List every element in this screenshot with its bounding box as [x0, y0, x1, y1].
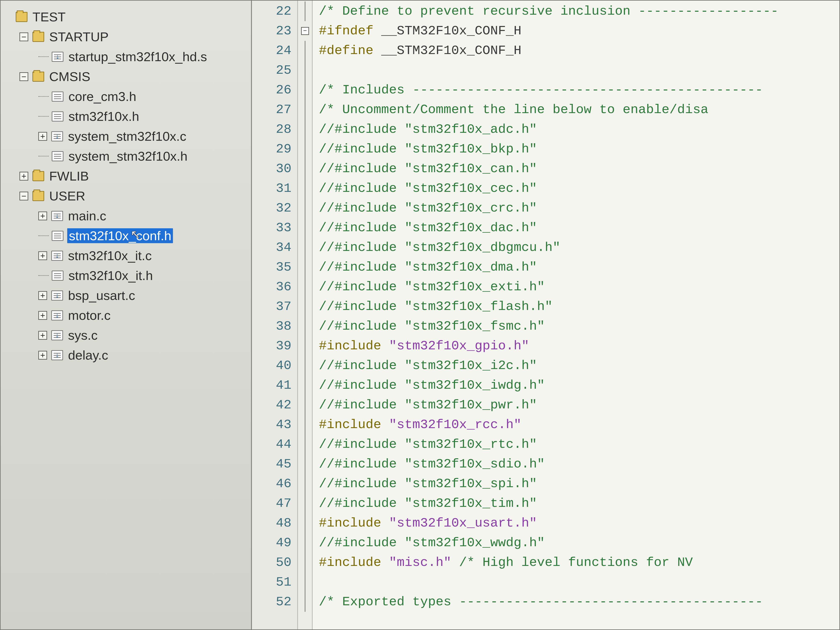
- tree-node-label[interactable]: stm32f10x_it.c: [67, 248, 153, 263]
- tree-node-label[interactable]: main.c: [67, 208, 107, 224]
- tree-node-fwlb[interactable]: +FWLIB: [3, 166, 249, 186]
- expand-icon[interactable]: +: [38, 251, 47, 260]
- tree-node-ith[interactable]: stm32f10x_it.h: [3, 266, 249, 285]
- tree-node-label[interactable]: bsp_usart.c: [67, 288, 136, 303]
- tree-node-sysh[interactable]: system_stm32f10x.h: [3, 146, 249, 166]
- collapse-icon[interactable]: −: [19, 32, 28, 41]
- tree-node-label[interactable]: stm32f10x.h: [67, 109, 141, 124]
- code-line[interactable]: //#include "stm32f10x_spi.h": [319, 474, 839, 494]
- tree-node-mainc[interactable]: +main.c: [3, 206, 249, 226]
- tree-node-test[interactable]: TEST: [3, 7, 249, 27]
- code-line[interactable]: [319, 572, 839, 592]
- tree-node-bsp[interactable]: +bsp_usart.c: [3, 285, 249, 306]
- code-line[interactable]: #include "stm32f10x_gpio.h": [319, 336, 839, 356]
- fold-toggle-icon[interactable]: −: [301, 27, 309, 35]
- line-number: 33: [252, 218, 291, 238]
- line-number-gutter: 2223242526272829303132333435363738394041…: [252, 1, 298, 629]
- code-line[interactable]: /* Includes ----------------------------…: [319, 80, 839, 100]
- tree-node-label[interactable]: TEST: [31, 9, 67, 25]
- code-line[interactable]: //#include "stm32f10x_adc.h": [319, 120, 839, 139]
- expand-icon[interactable]: +: [38, 351, 47, 359]
- code-line[interactable]: //#include "stm32f10x_exti.h": [319, 277, 839, 297]
- tree-node-label[interactable]: USER: [48, 188, 87, 204]
- expand-icon[interactable]: +: [38, 212, 47, 220]
- code-line[interactable]: #include "misc.h" /* High level function…: [319, 553, 839, 572]
- code-line[interactable]: //#include "stm32f10x_dbgmcu.h": [319, 238, 839, 257]
- source-file-icon: [51, 291, 63, 301]
- tree-node-label[interactable]: stm32f10x_conf.h: [67, 228, 173, 243]
- tree-node-label[interactable]: system_stm32f10x.h: [67, 148, 189, 164]
- line-number: 46: [252, 474, 291, 494]
- code-area[interactable]: /* Define to prevent recursive inclusion…: [313, 1, 839, 629]
- code-line[interactable]: //#include "stm32f10x_bkp.h": [319, 139, 839, 159]
- fold-guide: [305, 592, 305, 612]
- tree-node-label[interactable]: STARTUP: [48, 29, 110, 44]
- code-line[interactable]: //#include "stm32f10x_tim.h": [319, 494, 839, 513]
- code-line[interactable]: //#include "stm32f10x_fsmc.h": [319, 317, 839, 336]
- folder-icon: [32, 171, 44, 181]
- token-include: #include: [319, 417, 389, 432]
- tree-node-label[interactable]: core_cm3.h: [67, 89, 137, 104]
- code-line[interactable]: //#include "stm32f10x_dac.h": [319, 218, 839, 238]
- code-line[interactable]: //#include "stm32f10x_can.h": [319, 159, 839, 179]
- tree-node-label[interactable]: FWLIB: [48, 168, 90, 184]
- code-line[interactable]: #ifndef __STM32F10x_CONF_H: [319, 21, 839, 41]
- code-line[interactable]: /* Uncomment/Comment the line below to e…: [319, 100, 839, 120]
- code-line[interactable]: /* Exported types ----------------------…: [319, 592, 839, 612]
- tree-node-startup_s[interactable]: startup_stm32f10x_hd.s: [3, 47, 249, 66]
- tree-node-label[interactable]: CMSIS: [48, 69, 92, 84]
- code-editor-pane[interactable]: 2223242526272829303132333435363738394041…: [252, 1, 839, 629]
- tree-connector-icon: [38, 56, 49, 57]
- code-line[interactable]: //#include "stm32f10x_crc.h": [319, 198, 839, 218]
- tree-node-corecm3[interactable]: core_cm3.h: [3, 87, 249, 106]
- tree-node-confh[interactable]: stm32f10x_conf.h↖: [3, 226, 249, 246]
- expand-icon[interactable]: +: [38, 311, 47, 320]
- line-number: 24: [252, 41, 291, 60]
- project-tree-pane[interactable]: TEST−STARTUPstartup_stm32f10x_hd.s−CMSIS…: [1, 1, 252, 629]
- source-file-icon: [51, 251, 63, 261]
- tree-node-user[interactable]: −USER: [3, 186, 249, 206]
- code-line[interactable]: #define __STM32F10x_CONF_H: [319, 41, 839, 60]
- tree-node-itc[interactable]: +stm32f10x_it.c: [3, 246, 249, 266]
- expand-icon[interactable]: +: [38, 291, 47, 300]
- tree-node-sysc[interactable]: +system_stm32f10x.c: [3, 126, 249, 146]
- code-line[interactable]: [319, 60, 839, 80]
- tree-node-motor[interactable]: +motor.c: [3, 306, 249, 325]
- token-comment: /* Uncomment/Comment the line below to e…: [319, 102, 708, 117]
- tree-node-label[interactable]: delay.c: [67, 347, 109, 363]
- code-line[interactable]: //#include "stm32f10x_wwdg.h": [319, 533, 839, 553]
- tree-connector-icon: [38, 236, 49, 236]
- code-line[interactable]: //#include "stm32f10x_flash.h": [319, 297, 839, 317]
- tree-node-cmsis[interactable]: −CMSIS: [3, 66, 249, 87]
- code-line[interactable]: //#include "stm32f10x_pwr.h": [319, 395, 839, 415]
- tree-node-label[interactable]: system_stm32f10x.c: [67, 128, 188, 144]
- fold-guide: [305, 198, 305, 218]
- expand-icon[interactable]: +: [38, 132, 47, 141]
- code-line[interactable]: /* Define to prevent recursive inclusion…: [319, 2, 839, 21]
- code-line[interactable]: //#include "stm32f10x_dma.h": [319, 257, 839, 277]
- tree-node-label[interactable]: startup_stm32f10x_hd.s: [67, 49, 208, 65]
- tree-node-delay[interactable]: +delay.c: [3, 345, 249, 365]
- code-line[interactable]: #include "stm32f10x_usart.h": [319, 513, 839, 533]
- project-tree[interactable]: TEST−STARTUPstartup_stm32f10x_hd.s−CMSIS…: [3, 7, 249, 365]
- collapse-icon[interactable]: −: [19, 192, 28, 200]
- code-line[interactable]: //#include "stm32f10x_rtc.h": [319, 435, 839, 454]
- tree-connector-icon: [38, 116, 49, 117]
- expand-icon[interactable]: +: [38, 331, 47, 340]
- expand-icon[interactable]: +: [19, 172, 28, 180]
- fold-column[interactable]: −: [298, 1, 313, 629]
- code-line[interactable]: //#include "stm32f10x_cec.h": [319, 179, 839, 198]
- tree-node-stmh[interactable]: stm32f10x.h: [3, 106, 249, 126]
- collapse-icon[interactable]: −: [19, 72, 28, 81]
- tree-node-sys[interactable]: +sys.c: [3, 325, 249, 345]
- code-line[interactable]: //#include "stm32f10x_sdio.h": [319, 454, 839, 474]
- code-line[interactable]: #include "stm32f10x_rcc.h": [319, 415, 839, 435]
- tree-node-label[interactable]: sys.c: [67, 328, 99, 343]
- token-comment: /* Includes ----------------------------…: [319, 82, 763, 97]
- tree-node-label[interactable]: motor.c: [67, 307, 112, 323]
- code-line[interactable]: //#include "stm32f10x_iwdg.h": [319, 375, 839, 395]
- tree-node-label[interactable]: stm32f10x_it.h: [67, 268, 154, 283]
- tree-node-startup[interactable]: −STARTUP: [3, 27, 249, 47]
- code-line[interactable]: //#include "stm32f10x_i2c.h": [319, 356, 839, 375]
- token-comment: //#include "stm32f10x_rtc.h": [319, 437, 537, 452]
